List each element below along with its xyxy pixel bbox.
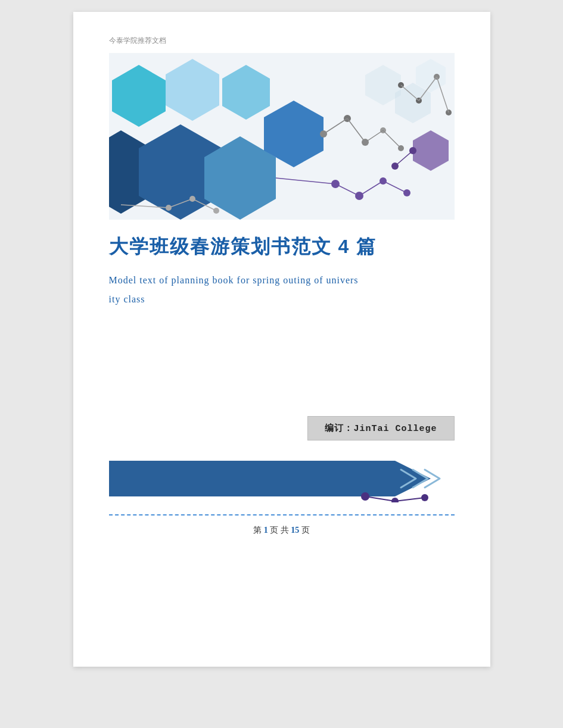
svg-point-46 bbox=[391, 498, 399, 502]
page-number: 第 1 页 共 15 页 bbox=[109, 525, 455, 536]
svg-line-35 bbox=[335, 184, 359, 196]
editor-badge: 编订：JinTai College bbox=[307, 416, 454, 440]
svg-line-28 bbox=[365, 130, 383, 142]
dashed-divider bbox=[109, 514, 455, 515]
svg-marker-10 bbox=[413, 130, 449, 171]
page-prefix: 第 bbox=[253, 526, 262, 535]
watermark-label: 今泰学院推荐文档 bbox=[109, 36, 455, 46]
subtitle: Model text of planning book for spring o… bbox=[109, 271, 455, 309]
arrow-banner bbox=[109, 455, 455, 502]
subtitle-line2: ity class bbox=[109, 294, 145, 304]
svg-marker-15 bbox=[166, 59, 219, 121]
page-suffix: 页 bbox=[301, 526, 310, 535]
page-current: 1 bbox=[264, 526, 268, 535]
svg-line-49 bbox=[395, 498, 425, 501]
document-page: 今泰学院推荐文档 bbox=[73, 12, 490, 667]
svg-line-26 bbox=[324, 118, 347, 134]
svg-line-34 bbox=[276, 178, 335, 184]
svg-marker-16 bbox=[222, 65, 270, 120]
subtitle-line1: Model text of planning book for spring o… bbox=[109, 275, 359, 285]
svg-line-13 bbox=[395, 151, 413, 166]
svg-line-36 bbox=[359, 181, 383, 196]
svg-marker-14 bbox=[112, 65, 166, 127]
header-image bbox=[109, 53, 455, 220]
page-total: 15 bbox=[291, 526, 299, 535]
page-middle: 页 共 bbox=[270, 526, 289, 535]
svg-line-48 bbox=[365, 496, 395, 501]
svg-line-29 bbox=[383, 130, 401, 148]
svg-line-37 bbox=[383, 181, 407, 193]
svg-line-27 bbox=[347, 118, 365, 142]
svg-marker-44 bbox=[109, 461, 431, 496]
editor-badge-container: 编订：JinTai College bbox=[109, 416, 455, 440]
main-title: 大学班级春游策划书范文 4 篇 bbox=[109, 234, 455, 260]
